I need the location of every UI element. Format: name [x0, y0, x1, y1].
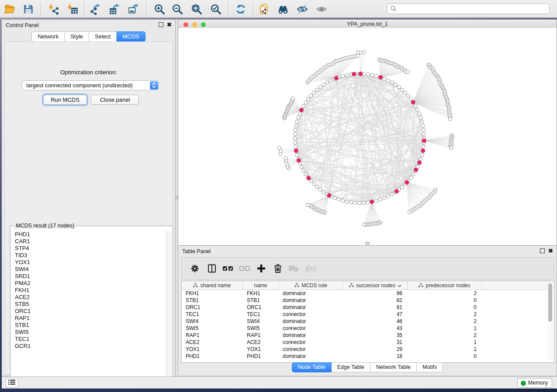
table-settings-icon[interactable]: [188, 262, 201, 275]
table-cell[interactable]: 2: [408, 318, 482, 325]
table-cell[interactable]: dominator: [279, 332, 343, 339]
table-cell[interactable]: 0: [408, 304, 482, 311]
table-cell[interactable]: 46: [343, 318, 408, 325]
table-cell[interactable]: SWI5: [243, 325, 279, 332]
tab-select[interactable]: Select: [89, 31, 117, 42]
mcds-result-item[interactable]: YOX1: [11, 259, 166, 266]
zoom-fit-icon[interactable]: [190, 3, 203, 16]
hide-selected-icon[interactable]: [296, 3, 309, 16]
table-cell[interactable]: ORC1: [243, 304, 279, 311]
table-cell[interactable]: 47: [343, 311, 408, 318]
table-row[interactable]: ACE2ACE2connector311: [182, 339, 554, 346]
table-cell[interactable]: 0: [408, 353, 482, 360]
table-cell[interactable]: STB1: [182, 297, 243, 304]
tab-edge-table[interactable]: Edge Table: [332, 362, 370, 372]
table-cell[interactable]: PHD1: [243, 353, 279, 360]
tab-style[interactable]: Style: [65, 31, 89, 42]
table-cell[interactable]: ACE2: [182, 339, 243, 346]
table-cell[interactable]: 0: [408, 297, 482, 304]
criterion-dropdown[interactable]: largest connected component (undirected): [22, 80, 159, 90]
delete-icon[interactable]: [271, 262, 284, 275]
mcds-result-item[interactable]: PMA2: [11, 280, 166, 287]
mcds-result-item[interactable]: CAR1: [11, 238, 166, 245]
table-cell[interactable]: dominator: [279, 290, 343, 297]
refresh-icon[interactable]: [234, 3, 247, 16]
add-icon[interactable]: [255, 262, 268, 275]
save-session-icon[interactable]: [22, 3, 35, 16]
table-cell[interactable]: 35: [343, 332, 408, 339]
table-cell[interactable]: 18: [343, 353, 408, 360]
mcds-result-list[interactable]: PHD1CAR1STP4TID3YOX1SWI4SRD1PMA2FKH1ACE2…: [11, 231, 166, 386]
table-cell[interactable]: dominator: [279, 353, 343, 360]
table-cell[interactable]: TEC1: [182, 311, 243, 318]
table-cell[interactable]: 43: [343, 325, 408, 332]
mcds-result-item[interactable]: SWI5: [11, 329, 166, 336]
import-table-icon[interactable]: [66, 3, 79, 16]
zoom-out-icon[interactable]: [171, 3, 184, 16]
mcds-result-item[interactable]: ACE2: [11, 294, 166, 301]
float-panel-icon[interactable]: [540, 248, 545, 253]
table-cell[interactable]: YOX1: [243, 346, 279, 353]
table-scrollbar[interactable]: [547, 282, 553, 360]
table-cell[interactable]: FKH1: [182, 290, 243, 297]
table-cell[interactable]: 2: [408, 311, 482, 318]
network-titlebar[interactable]: YPA_prune.txt_1: [178, 20, 557, 28]
table-cell[interactable]: dominator: [279, 318, 343, 325]
column-header-shared-name[interactable]: shared name: [182, 281, 243, 289]
mcds-result-item[interactable]: STP4: [11, 245, 166, 252]
column-header-predecessor-nodes[interactable]: predecessor nodes: [408, 281, 482, 289]
table-row[interactable]: TEC1TEC1connector472: [182, 311, 554, 318]
table-cell[interactable]: 29: [343, 346, 408, 353]
table-cell[interactable]: FKH1: [243, 290, 279, 297]
memory-button[interactable]: Memory: [517, 378, 552, 388]
tab-motifs[interactable]: Motifs: [417, 362, 443, 372]
deselect-all-icon[interactable]: [238, 262, 251, 275]
export-network-icon[interactable]: [89, 3, 102, 16]
export-image-icon[interactable]: [127, 3, 140, 16]
export-table-icon[interactable]: [108, 3, 121, 16]
table-row[interactable]: STB1STB1dominator620: [182, 297, 554, 304]
table-row[interactable]: PHD1PHD1dominator180: [182, 353, 554, 360]
table-cell[interactable]: 1: [408, 325, 482, 332]
show-all-icon[interactable]: [315, 3, 328, 16]
table-cell[interactable]: 2: [408, 290, 482, 297]
table-row[interactable]: ORC1ORC1dominator610: [182, 304, 554, 311]
float-panel-icon[interactable]: [159, 22, 163, 27]
tab-network[interactable]: Network: [31, 31, 65, 42]
run-mcds-button[interactable]: Run MCDS: [43, 95, 87, 105]
table-cell[interactable]: 62: [343, 297, 408, 304]
table-cell[interactable]: dominator: [279, 297, 343, 304]
table-cell[interactable]: 96: [343, 290, 408, 297]
mcds-result-item[interactable]: TID3: [11, 252, 166, 259]
column-header-successor-nodes[interactable]: successor nodes: [343, 281, 408, 289]
select-all-icon[interactable]: [221, 262, 235, 275]
mcds-result-item[interactable]: SRD1: [11, 273, 166, 280]
mcds-result-item[interactable]: ORC1: [11, 308, 166, 315]
tab-network-table[interactable]: Network Table: [370, 362, 417, 372]
scrollbar-thumb[interactable]: [548, 283, 552, 322]
mcds-result-item[interactable]: RAP1: [11, 315, 166, 322]
mcds-result-item[interactable]: SWI4: [11, 266, 166, 273]
mcds-result-item[interactable]: STB1: [11, 322, 166, 329]
import-network-icon[interactable]: [47, 3, 60, 16]
table-row[interactable]: SWI4SWI4dominator462: [182, 318, 554, 325]
table-cell[interactable]: ACE2: [243, 339, 279, 346]
table-cell[interactable]: dominator: [279, 304, 343, 311]
mcds-result-item[interactable]: STB5: [11, 301, 166, 308]
table-cell[interactable]: TEC1: [243, 311, 279, 318]
table-cell[interactable]: 1: [408, 346, 482, 353]
mcds-result-item[interactable]: FKH1: [11, 287, 166, 294]
network-graph[interactable]: [178, 28, 557, 245]
close-panel-icon[interactable]: ✖: [548, 249, 553, 253]
table-cell[interactable]: RAP1: [243, 332, 279, 339]
mcds-result-item[interactable]: TEC1: [11, 336, 166, 343]
table-cell[interactable]: connector: [279, 311, 343, 318]
horizontal-splitter-grip[interactable]: [365, 242, 370, 245]
close-panel-icon[interactable]: ✖: [167, 23, 172, 27]
table-cell[interactable]: connector: [279, 325, 343, 332]
network-canvas[interactable]: [178, 28, 557, 245]
table-cell[interactable]: ORC1: [182, 304, 243, 311]
zoom-selected-icon[interactable]: [209, 3, 222, 16]
table-cell[interactable]: 1: [408, 339, 482, 346]
table-cell[interactable]: RAP1: [182, 332, 243, 339]
